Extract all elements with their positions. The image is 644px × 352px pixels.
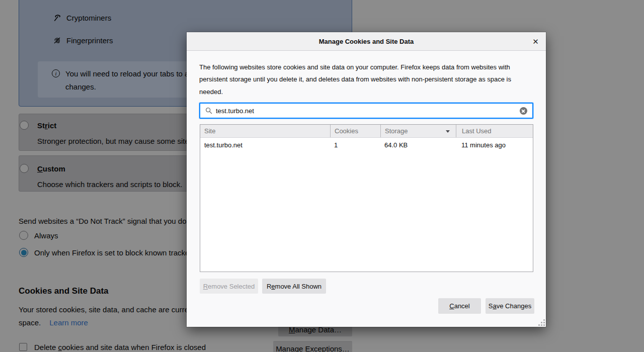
cell-cookies: 1 [330,141,380,149]
site-search-box [199,103,533,119]
dialog-title: Manage Cookies and Site Data [319,38,414,45]
cell-site: test.turbo.net [200,141,330,149]
cell-storage: 64.0 KB [380,141,456,149]
clear-search-icon[interactable] [520,107,527,115]
manage-cookies-dialog: Manage Cookies and Site Data ✕ The follo… [187,32,546,327]
cancel-button[interactable]: Cancel [438,298,481,314]
remove-selected-button[interactable]: Remove Selected [200,279,258,294]
remove-all-shown-button[interactable]: Remove All Shown [262,279,326,294]
site-data-table: Site Cookies Storage Last Used test.turb… [200,124,533,272]
dialog-titlebar: Manage Cookies and Site Data [187,32,546,51]
column-header-cookies[interactable]: Cookies [330,125,380,137]
search-icon [205,107,212,114]
sort-descending-icon [446,130,450,133]
close-icon[interactable]: ✕ [530,36,541,47]
column-header-last-used[interactable]: Last Used [456,125,533,137]
column-header-storage[interactable]: Storage [380,125,456,137]
column-header-site[interactable]: Site [200,125,330,137]
search-input[interactable] [216,107,516,115]
save-changes-button[interactable]: Save Changes [486,298,534,314]
dialog-description: The following websites store cookies and… [199,61,527,98]
table-row[interactable]: test.turbo.net 1 64.0 KB 11 minutes ago [200,138,533,152]
cell-last-used: 11 minutes ago [456,141,533,149]
resize-grip[interactable] [538,319,545,326]
table-header-row: Site Cookies Storage Last Used [200,125,533,138]
firefox-settings-screen: Cryptominers Fingerprinters i You will n… [0,0,644,352]
